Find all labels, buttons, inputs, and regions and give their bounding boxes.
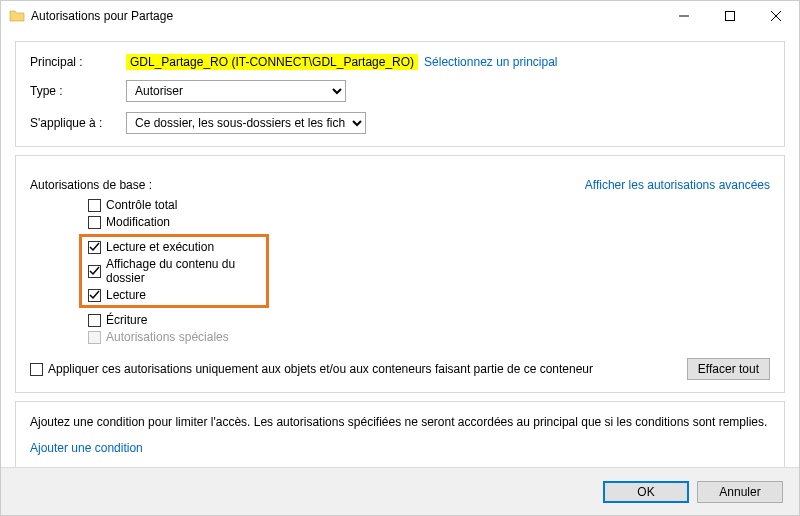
apply-only-checkbox[interactable]: Appliquer ces autorisations uniquement a…: [30, 362, 593, 376]
highlighted-permissions: Lecture et exécution Affichage du conten…: [79, 234, 269, 308]
advanced-permissions-link[interactable]: Afficher les autorisations avancées: [585, 178, 770, 192]
select-principal-link[interactable]: Sélectionnez un principal: [424, 55, 557, 69]
permissions-label: Autorisations de base :: [30, 178, 152, 192]
checkbox-icon: [88, 331, 101, 344]
checkbox-icon: [88, 199, 101, 212]
principal-label: Principal :: [30, 55, 126, 69]
checkbox-icon: [88, 265, 101, 278]
perm-list-folder[interactable]: Affichage du contenu du dossier: [88, 257, 260, 285]
checkbox-icon: [88, 289, 101, 302]
window-title: Autorisations pour Partage: [31, 9, 661, 23]
condition-group: Ajoutez une condition pour limiter l'acc…: [15, 401, 785, 467]
cancel-button[interactable]: Annuler: [697, 481, 783, 503]
type-label: Type :: [30, 84, 126, 98]
checkbox-icon: [88, 241, 101, 254]
add-condition-link[interactable]: Ajouter une condition: [30, 441, 143, 455]
principal-group: Principal : GDL_Partage_RO (IT-CONNECT\G…: [15, 41, 785, 147]
svg-rect-0: [726, 12, 735, 21]
maximize-button[interactable]: [707, 1, 753, 31]
applies-label: S'applique à :: [30, 116, 126, 130]
perm-modify[interactable]: Modification: [88, 215, 770, 229]
type-select[interactable]: Autoriser: [126, 80, 346, 102]
folder-icon: [9, 8, 25, 24]
permissions-group: Autorisations de base : Afficher les aut…: [15, 155, 785, 393]
applies-select[interactable]: Ce dossier, les sous-dossiers et les fic…: [126, 112, 366, 134]
checkbox-icon: [30, 363, 43, 376]
perm-special: Autorisations spéciales: [88, 330, 770, 344]
clear-all-button[interactable]: Effacer tout: [687, 358, 770, 380]
condition-description: Ajoutez une condition pour limiter l'acc…: [30, 414, 770, 431]
perm-read[interactable]: Lecture: [88, 288, 260, 302]
perm-write[interactable]: Écriture: [88, 313, 770, 327]
dialog-footer: OK Annuler: [1, 467, 799, 515]
checkbox-icon: [88, 216, 101, 229]
perm-read-execute[interactable]: Lecture et exécution: [88, 240, 260, 254]
minimize-button[interactable]: [661, 1, 707, 31]
principal-value: GDL_Partage_RO (IT-CONNECT\GDL_Partage_R…: [126, 54, 418, 70]
close-button[interactable]: [753, 1, 799, 31]
perm-full-control[interactable]: Contrôle total: [88, 198, 770, 212]
ok-button[interactable]: OK: [603, 481, 689, 503]
checkbox-icon: [88, 314, 101, 327]
